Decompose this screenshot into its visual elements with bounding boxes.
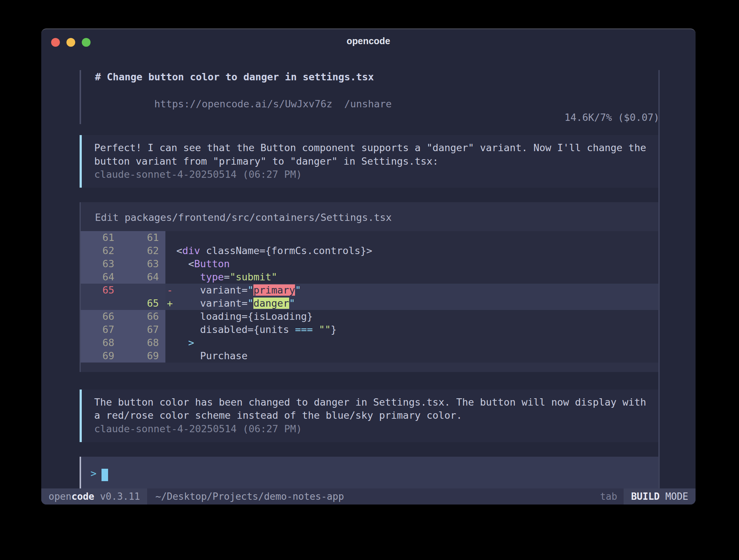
assistant-message: Perfect! I can see that the Button compo… [80, 135, 659, 188]
message-text: a red/rose color scheme instead of the b… [94, 409, 652, 422]
app-version-chip: opencode v0.3.11 [41, 488, 147, 505]
diff-sign [165, 271, 176, 284]
diff-sign [165, 336, 176, 349]
diff-line-number-old: 64 [81, 271, 121, 284]
tab-key-hint[interactable]: tab [600, 491, 624, 502]
prompt-chevron: > [91, 468, 96, 479]
opencode-window: opencode # Change button color to danger… [41, 28, 696, 505]
diff-code-line: type="submit" [176, 271, 659, 284]
diff-row: 65+ variant="danger" [81, 297, 659, 310]
diff-code-line: variant="danger" [176, 297, 659, 310]
diff-code-line: <div className={formCs.controls}> [176, 244, 659, 257]
diff-line-number-old: 67 [81, 323, 121, 336]
tool-name: Edit [95, 212, 119, 223]
diff-line-number-new: 66 [121, 310, 165, 323]
unshare-command[interactable]: /unshare [344, 98, 392, 110]
app-name-code: code [72, 491, 95, 502]
status-bar: opencode v0.3.11 ~/Desktop/Projects/demo… [41, 488, 696, 505]
diff-sign [165, 231, 176, 244]
url-gap [332, 98, 344, 110]
diff-row: 6161 [81, 231, 659, 244]
diff-row: 65- variant="primary" [81, 284, 659, 297]
window-titlebar: opencode [41, 29, 696, 53]
diff-row: 6666 loading={isLoading} [81, 310, 659, 323]
message-text: The button color has been changed to dan… [94, 396, 652, 409]
diff-line-number-new: 62 [121, 244, 165, 257]
diff-line-number-new: 61 [121, 231, 165, 244]
diff-row: 6363 <Button [81, 257, 659, 271]
assistant-message: The button color has been changed to dan… [80, 390, 659, 442]
diff-sign: + [165, 297, 176, 310]
session-title: # Change button color to danger in setti… [95, 70, 392, 84]
working-directory: ~/Desktop/Projects/demo-notes-app [147, 491, 344, 502]
diff-line-number-old: 65 [81, 284, 121, 297]
diff-sign [165, 244, 176, 257]
diff-row: 6767 disabled={units === ""} [81, 323, 659, 336]
edit-tool-header: Edit packages/frontend/src/containers/Se… [81, 202, 659, 231]
diff-line-number-old: 66 [81, 310, 121, 323]
session-content: # Change button color to danger in setti… [80, 70, 659, 505]
diff-line-number-new: 63 [121, 257, 165, 271]
text-cursor [102, 469, 108, 481]
session-header: # Change button color to danger in setti… [80, 70, 659, 124]
mode-name: BUILD [631, 491, 659, 502]
diff-row: 6868 > [81, 336, 659, 349]
diff-line-number-new: 64 [121, 271, 165, 284]
diff-line-number-old: 68 [81, 336, 121, 349]
diff-line-number-new: 67 [121, 323, 165, 336]
diff-code-line: > [176, 336, 659, 349]
context-stats: 14.6K/7% ($0.07) [564, 111, 659, 124]
message-text: Perfect! I can see that the Button compo… [94, 141, 652, 155]
diff-line-number-old: 69 [81, 349, 121, 363]
share-url[interactable]: https://opencode.ai/s/UwJxv76z [154, 98, 333, 110]
app-name-open: open [49, 491, 72, 502]
diff-code-line: disabled={units === ""} [176, 323, 659, 336]
diff-view: 6161 6262 <div className={formCs.control… [81, 231, 659, 363]
edited-file-path: packages/frontend/src/containers/Setting… [125, 212, 392, 223]
diff-line-number-old: 61 [81, 231, 121, 244]
app-version: v0.3.11 [94, 491, 140, 502]
diff-row: 6464 type="submit" [81, 271, 659, 284]
mode-suffix: MODE [660, 491, 688, 502]
window-title: opencode [41, 36, 696, 46]
diff-sign [165, 257, 176, 271]
prompt-input[interactable]: > [80, 457, 659, 490]
mode-chip[interactable]: BUILD MODE [624, 488, 696, 505]
diff-line-number-new: 69 [121, 349, 165, 363]
diff-line-number-old: 62 [81, 244, 121, 257]
model-timestamp: claude-sonnet-4-20250514 (06:27 PM) [94, 422, 652, 436]
diff-line-number-new: 68 [121, 336, 165, 349]
diff-sign [165, 323, 176, 336]
diff-line-number-new: 65 [121, 297, 165, 310]
diff-line-number-old: 63 [81, 257, 121, 271]
model-timestamp: claude-sonnet-4-20250514 (06:27 PM) [94, 168, 652, 181]
diff-code-line: Purchase [176, 349, 659, 363]
edit-tool-card: Edit packages/frontend/src/containers/Se… [80, 202, 659, 372]
diff-sign [165, 310, 176, 323]
diff-code-line: variant="primary" [176, 284, 659, 297]
diff-code-line: loading={isLoading} [176, 310, 659, 323]
scrollbar[interactable] [658, 70, 660, 495]
diff-line-number-old [81, 297, 121, 310]
diff-line-number-new [121, 284, 165, 297]
diff-row: 6969 Purchase [81, 349, 659, 363]
message-text: button variant from "primary" to "danger… [94, 155, 652, 168]
diff-code-line [176, 231, 659, 244]
diff-row: 6262 <div className={formCs.controls}> [81, 244, 659, 257]
spacer [119, 212, 125, 223]
diff-code-line: <Button [176, 257, 659, 271]
diff-sign [165, 349, 176, 363]
diff-sign: - [165, 284, 176, 297]
